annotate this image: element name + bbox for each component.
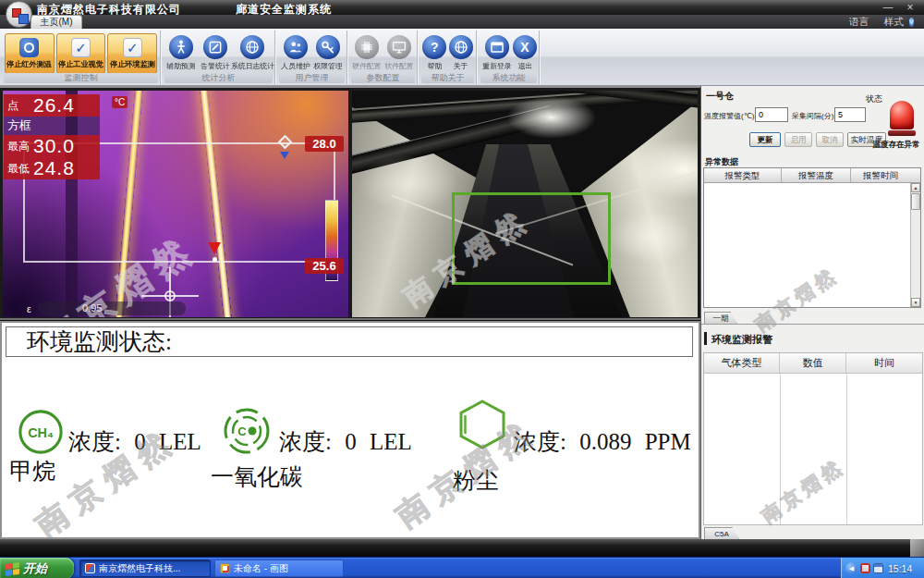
column-header[interactable]: 报警温度 [782, 168, 851, 182]
task-label: 未命名 - 画图 [234, 562, 288, 575]
task-item-monitor-app[interactable]: 南京熠然电子科技... [79, 560, 211, 577]
tray-chevron-icon[interactable]: ◀ [845, 562, 857, 574]
walking-person-icon [169, 35, 193, 59]
point-temp-row: 点 26.4 [4, 94, 100, 117]
tray-network-icon[interactable] [873, 563, 883, 573]
task-item-paint[interactable]: 未命名 - 画图 [214, 560, 344, 577]
close-x-icon: X [513, 35, 537, 59]
emissivity-symbol: ε [27, 303, 31, 314]
column-header[interactable]: 数值 [780, 353, 846, 373]
status-label: 状态 [866, 93, 882, 105]
button-label: 停止工业视觉 [58, 59, 103, 70]
ch4-text: CH₄ [28, 425, 54, 440]
tray-clock: 15:14 [888, 563, 912, 574]
button-label: 辅助预测 [167, 61, 196, 71]
column-header[interactable]: 时间 [846, 353, 922, 373]
hardware-config-button[interactable]: 硬件配置 [351, 35, 383, 72]
scale-min-badge: 25.6 [305, 258, 344, 274]
point-value: 26.4 [33, 94, 75, 117]
minimize-button[interactable]: — [881, 1, 894, 12]
max-label: 最高 [7, 139, 33, 154]
button-label: 系统日志统计 [231, 61, 274, 71]
watermark: 南京熠然 [749, 262, 843, 338]
close-button[interactable]: × [904, 1, 917, 14]
ribbon-group-caption: 帮助关于 [421, 73, 474, 83]
scroll-up-icon[interactable]: ▲ [911, 183, 920, 192]
stop-env-monitor-button[interactable]: ✓ 停止环境监测 [107, 33, 157, 74]
globe-icon [240, 35, 264, 59]
column-header[interactable]: 报警时间 [851, 168, 910, 182]
question-mark-icon: ? [422, 35, 446, 59]
button-label: 重新登录 [482, 61, 511, 71]
section-accent-bar [704, 332, 707, 345]
ribbon-group-parameter-config: 硬件配置 软件配置 参数配置 [349, 31, 418, 84]
stop-industrial-vision-button[interactable]: ✓ 停止工业视觉 [56, 33, 106, 74]
ribbon-group-system-functions: 重新登录 X 退出 系统功能 [479, 31, 540, 84]
alarm-status-text: 温度存在异常 [869, 140, 923, 151]
temp-alarm-label: 温度报警值(℃): [704, 111, 757, 121]
co-text: C [237, 424, 247, 438]
system-log-statistics-button[interactable]: 系统日志统计 [232, 35, 273, 72]
taskbar: 开始 南京熠然电子科技... 未命名 - 画图 ◀ 15:14 [0, 557, 924, 578]
interval-label: 采集间隔(分): [792, 111, 836, 121]
enable-button[interactable]: 启用 [784, 132, 812, 147]
help-button[interactable]: ? 帮助 [421, 35, 448, 72]
checkbox-check-icon: ✓ [123, 38, 142, 57]
scrollbar[interactable]: ▲ ▼ [910, 183, 920, 307]
key-icon [316, 35, 340, 59]
tray-app-icon[interactable] [860, 563, 870, 573]
permission-management-button[interactable]: 权限管理 [312, 35, 346, 72]
alarm-statistics-button[interactable]: 告警统计 [199, 35, 233, 72]
tab-home[interactable]: 主页(M) [30, 15, 82, 29]
menu-language[interactable]: 语言 [849, 16, 869, 27]
resize-grip[interactable] [910, 539, 924, 557]
button-label: 硬件配置 [353, 61, 382, 71]
tab-divider [701, 324, 924, 325]
update-button[interactable]: 更新 [749, 132, 781, 147]
app-logo-icon[interactable] [6, 1, 32, 28]
cancel-button[interactable]: 取消 [816, 132, 844, 147]
menu-style[interactable]: 样式 [884, 16, 904, 27]
watermark: 南京熠然 [756, 453, 849, 530]
exit-button[interactable]: X 退出 [513, 35, 537, 72]
co-name: 一氧化碳 [211, 461, 303, 492]
aux-prediction-button[interactable]: 辅助预测 [164, 35, 199, 72]
checkbox-check-icon: ✓ [71, 38, 91, 57]
env-alarm-table: 气体类型 数值 时间 南京熠然 [703, 352, 923, 525]
ribbon-group-caption: 用户管理 [279, 73, 345, 83]
conc-label: 浓度: [514, 429, 566, 454]
start-button[interactable]: 开始 [0, 558, 74, 578]
tab-csa[interactable]: C5A [704, 527, 739, 539]
logo-blue-cube [18, 14, 29, 24]
ribbon: 停止红外测温 ✓ 停止工业视觉 ✓ 停止环境监测 监测控制 辅助预测 [0, 29, 924, 86]
personnel-maintain-button[interactable]: 人员维护 [279, 35, 312, 72]
chevron-down-icon[interactable]: ˅ [909, 18, 914, 27]
table-grid-line [780, 374, 781, 524]
hotspot-dot [213, 257, 217, 262]
scroll-down-icon[interactable]: ▼ [911, 298, 920, 307]
software-config-button[interactable]: 软件配置 [383, 35, 416, 72]
scrollbar-thumb[interactable] [911, 193, 920, 210]
methane-concentration: 浓度: 0 LEL [68, 426, 201, 457]
column-header[interactable]: 报警类型 [704, 168, 782, 182]
camera-light-glow [609, 211, 692, 263]
min-label: 最低 [7, 161, 33, 177]
column-header[interactable]: 气体类型 [704, 353, 780, 373]
button-label: 帮助 [427, 61, 442, 71]
max-temp-row: 最高 30.0 [4, 135, 100, 157]
ribbon-group-help-about: ? 帮助 关于 帮助关于 [419, 31, 477, 84]
temp-alarm-input[interactable] [755, 107, 788, 122]
about-button[interactable]: 关于 [448, 35, 475, 72]
warehouse-group-title: 一号仓 [706, 90, 734, 103]
tab-phase-one[interactable]: 一期 [704, 312, 737, 324]
button-label: 人员维护 [281, 61, 310, 71]
thermal-readings: 点 26.4 方框 最高 30.0 最低 24.8 [4, 94, 100, 179]
dust-hexagon-icon [456, 399, 508, 454]
interval-input[interactable] [834, 107, 866, 122]
marker-triangle-icon [280, 152, 289, 159]
stop-infrared-button[interactable]: 停止红外测温 [5, 33, 55, 74]
dust-concentration: 浓度: 0.089 PPM [514, 426, 691, 457]
ribbon-tab-row: 主页(M) 语言 样式 ˅ [0, 15, 924, 29]
relogin-button[interactable]: 重新登录 [480, 35, 513, 72]
start-label: 开始 [23, 560, 47, 577]
